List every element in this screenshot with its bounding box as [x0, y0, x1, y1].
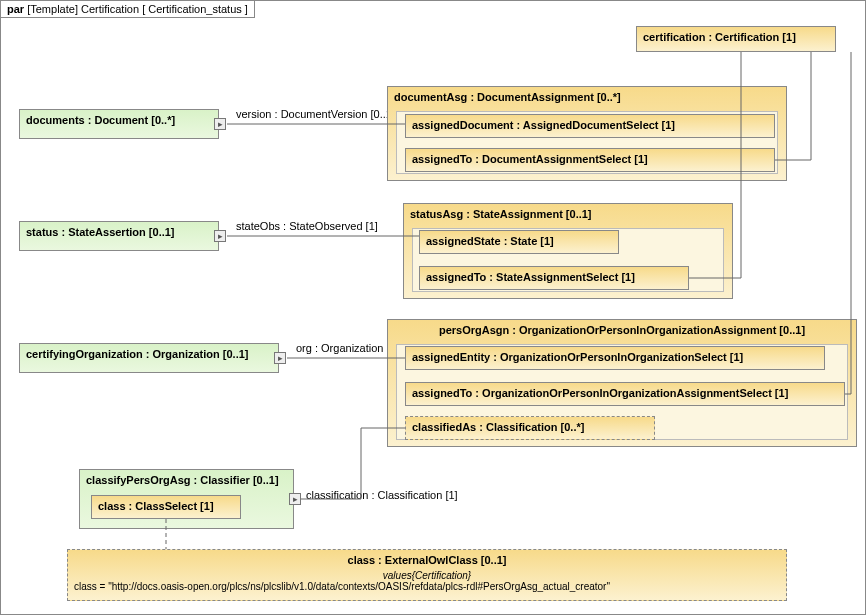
slot-classSelect: class : ClassSelect [1]	[91, 495, 241, 519]
block-documents: documents : Document [0..*]	[19, 109, 219, 139]
externalOwlClass-value: class = "http://docs.oasis-open.org/plcs…	[68, 581, 786, 592]
certification-label: certification : Certification [1]	[637, 27, 835, 47]
externalOwlClass-values-caption: values{Certification}	[68, 570, 786, 581]
port-documents-out: ▸	[214, 118, 226, 130]
diagram-frame: par [Template] Certification [ Certifica…	[0, 0, 866, 615]
slot-classifiedAs: classifiedAs : Classification [0..*]	[405, 416, 655, 440]
edge-classification: classification : Classification [1]	[306, 489, 458, 501]
port-certOrg-out: ▸	[274, 352, 286, 364]
edge-certOrg-org: org : Organization [1]	[296, 342, 399, 354]
classifyPersOrgAsg-label: classifyPersOrgAsg : Classifier [0..1]	[80, 470, 293, 490]
frame-template: [Template]	[27, 3, 78, 15]
statusAsg-label: statusAsg : StateAssignment [0..1]	[404, 204, 732, 224]
frame-kind: par	[7, 3, 24, 15]
persOrgAsgn-label: persOrgAsgn : OrganizationOrPersonInOrga…	[388, 320, 856, 340]
block-status: status : StateAssertion [0..1]	[19, 221, 219, 251]
port-status-out: ▸	[214, 230, 226, 242]
slot-assignedDocument: assignedDocument : AssignedDocumentSelec…	[405, 114, 775, 138]
externalOwlClass-label: class : ExternalOwlClass [0..1]	[68, 550, 786, 570]
edge-documents-version: version : DocumentVersion [0..1]	[236, 108, 395, 120]
frame-title-tab: par [Template] Certification [ Certifica…	[1, 1, 255, 18]
block-certification: certification : Certification [1]	[636, 26, 836, 52]
port-classifier-out: ▸	[289, 493, 301, 505]
documents-label: documents : Document [0..*]	[20, 110, 218, 130]
slot-assignedTo-state: assignedTo : StateAssignmentSelect [1]	[419, 266, 689, 290]
slot-assignedTo-doc: assignedTo : DocumentAssignmentSelect [1…	[405, 148, 775, 172]
edge-status-stateObs: stateObs : StateObserved [1]	[236, 220, 378, 232]
slot-assignedState: assignedState : State [1]	[419, 230, 619, 254]
frame-subtitle: [ Certification_status ]	[142, 3, 248, 15]
documentAsg-label: documentAsg : DocumentAssignment [0..*]	[388, 87, 786, 107]
slot-assignedEntity: assignedEntity : OrganizationOrPersonInO…	[405, 346, 825, 370]
slot-assignedTo-pers: assignedTo : OrganizationOrPersonInOrgan…	[405, 382, 845, 406]
block-certifyingOrganization: certifyingOrganization : Organization [0…	[19, 343, 279, 373]
status-label: status : StateAssertion [0..1]	[20, 222, 218, 242]
certOrg-label: certifyingOrganization : Organization [0…	[20, 344, 278, 364]
frame-template-name: Certification	[81, 3, 139, 15]
block-externalOwlClass: class : ExternalOwlClass [0..1] values{C…	[67, 549, 787, 601]
